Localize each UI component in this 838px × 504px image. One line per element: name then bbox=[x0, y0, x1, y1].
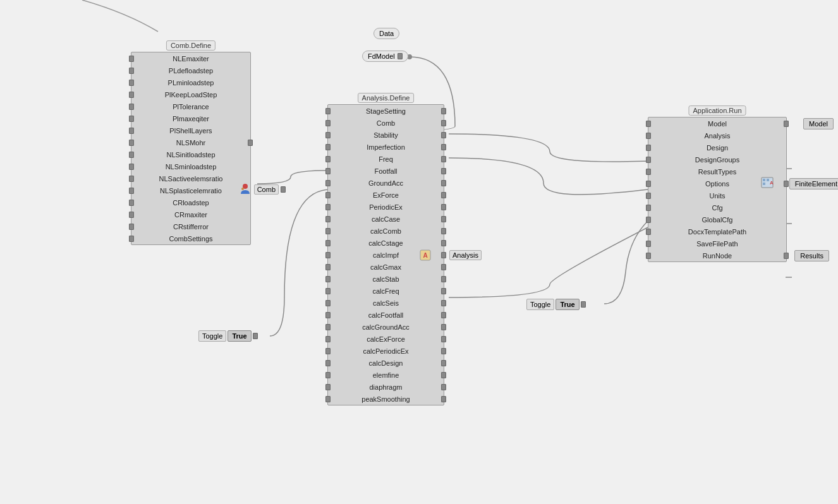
comb-output-label: Comb bbox=[254, 184, 279, 195]
data-bubble: Data bbox=[373, 28, 399, 39]
analysis-define-title: Analysis.Define bbox=[358, 93, 415, 103]
svg-point-5 bbox=[241, 188, 244, 190]
comb-define-title: Comb.Define bbox=[166, 40, 216, 51]
table-row: calcComb bbox=[328, 225, 444, 237]
toggle-2-value[interactable]: True bbox=[556, 299, 579, 310]
table-row: PLdefloadstep bbox=[131, 64, 250, 76]
table-row: GlobalCfg bbox=[648, 213, 786, 225]
table-row: StageSetting bbox=[328, 105, 444, 117]
table-row: ExForce bbox=[328, 189, 444, 201]
comb-define-node: Comb.Define NLEmaxiter PLdefloadstep PLm… bbox=[131, 52, 251, 245]
table-row: Freq bbox=[328, 153, 444, 165]
table-row: PeriodicEx bbox=[328, 201, 444, 213]
table-row: DocxTemplatePath bbox=[648, 225, 786, 237]
table-row: PlKeepLoadStep bbox=[131, 88, 250, 100]
table-row: Footfall bbox=[328, 165, 444, 177]
table-row: Cfg bbox=[648, 201, 786, 213]
svg-rect-11 bbox=[767, 179, 769, 181]
toggle-1-label: Toggle bbox=[198, 330, 226, 342]
toggle-2[interactable]: Toggle True bbox=[526, 299, 586, 310]
toggle-1-value[interactable]: True bbox=[228, 330, 251, 342]
table-row: calcImpf A Analysis bbox=[328, 249, 444, 261]
model-output-label: Model bbox=[803, 118, 834, 129]
svg-rect-9 bbox=[763, 179, 765, 181]
table-row: Model Model bbox=[648, 117, 786, 129]
table-row: calcGroundAcc bbox=[328, 321, 444, 333]
table-row: calcFootfall bbox=[328, 309, 444, 321]
table-row: PlTolerance bbox=[131, 100, 250, 112]
table-row: elemfine bbox=[328, 369, 444, 381]
fe-icon: A bbox=[761, 176, 774, 189]
fdmodel-bubble: FdModel bbox=[362, 51, 408, 62]
table-row: RunNode Results bbox=[648, 249, 786, 261]
table-row: NLSactiveelemsratio bbox=[131, 172, 250, 184]
table-row: NLSminloadstep bbox=[131, 160, 250, 172]
svg-text:A: A bbox=[770, 180, 774, 186]
comb-icon bbox=[238, 183, 252, 196]
toggle-1[interactable]: Toggle True bbox=[198, 330, 258, 342]
table-row: NLSMohr bbox=[131, 136, 250, 148]
fdmodel-label: FdModel bbox=[368, 52, 395, 60]
toggle-2-label: Toggle bbox=[526, 299, 554, 310]
table-row: calcDesign bbox=[328, 357, 444, 369]
table-row: Design bbox=[648, 141, 786, 153]
table-row: calcExForce bbox=[328, 333, 444, 345]
table-row: CombSettings bbox=[131, 232, 250, 244]
table-row: peakSmoothing bbox=[328, 393, 444, 405]
analysis-icon: A bbox=[420, 249, 431, 261]
table-row: Options A FiniteElement bbox=[648, 177, 786, 189]
table-row: GroundAcc bbox=[328, 177, 444, 189]
svg-text:A: A bbox=[423, 252, 427, 259]
table-row: Comb bbox=[328, 117, 444, 129]
table-row: NLEmaxiter bbox=[131, 52, 250, 64]
table-row: PLminloadstep bbox=[131, 76, 250, 88]
table-row: DesignGroups bbox=[648, 153, 786, 165]
table-row: Imperfection bbox=[328, 141, 444, 153]
finite-element-output-label: FiniteElement bbox=[789, 178, 838, 189]
table-row: Analysis bbox=[648, 129, 786, 141]
table-row: calcGmax bbox=[328, 261, 444, 273]
table-row: CRmaxiter bbox=[131, 208, 250, 220]
analysis-output-label: Analysis bbox=[449, 250, 482, 260]
table-row: calcCstage bbox=[328, 237, 444, 249]
table-row: PlShellLayers bbox=[131, 124, 250, 136]
table-row: diaphragm bbox=[328, 381, 444, 393]
table-row: calcStab bbox=[328, 273, 444, 285]
table-row: CRstifferror bbox=[131, 220, 250, 232]
application-run-title: Application.Run bbox=[688, 105, 746, 116]
svg-rect-10 bbox=[763, 183, 765, 185]
results-output-label: Results bbox=[794, 250, 829, 261]
table-row: Units bbox=[648, 189, 786, 201]
table-row: calcFreq bbox=[328, 285, 444, 297]
application-run-node: Application.Run Model Model Analysis Des… bbox=[648, 117, 787, 262]
table-row: NLSinitloadstep bbox=[131, 148, 250, 160]
analysis-define-node: Analysis.Define StageSetting Comb Stabil… bbox=[327, 104, 444, 405]
table-row: Stability bbox=[328, 129, 444, 141]
table-row: calcPeriodicEx bbox=[328, 345, 444, 357]
table-row: CRloadstep bbox=[131, 196, 250, 208]
table-row: SaveFilePath bbox=[648, 237, 786, 249]
table-row: Plmaxeqiter bbox=[131, 112, 250, 124]
table-row: calcSeis bbox=[328, 297, 444, 309]
table-row: calcCase bbox=[328, 213, 444, 225]
table-row: NLSplasticelemratio bbox=[131, 184, 250, 196]
